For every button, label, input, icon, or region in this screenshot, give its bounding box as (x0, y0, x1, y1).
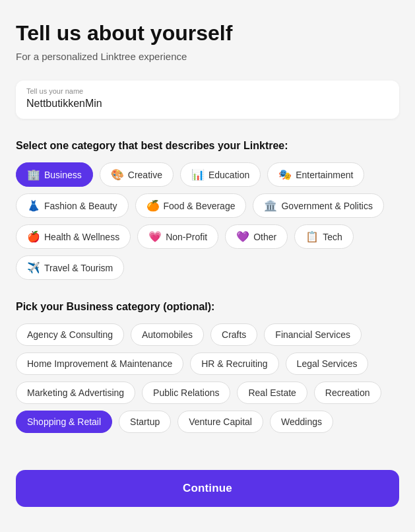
business-chip-home-improvement[interactable]: Home Improvement & Maintenance (16, 352, 183, 375)
business-chip-weddings[interactable]: Weddings (270, 411, 333, 433)
category-chip-business[interactable]: 🏢Business (16, 162, 93, 187)
business-section-title: Pick your Business category (optional): (16, 301, 399, 313)
chip-label-food-beverage: Food & Beverage (164, 201, 236, 211)
chip-icon-food-beverage: 🍊 (146, 199, 160, 212)
chip-icon-creative: 🎨 (111, 168, 124, 181)
page-title: Tell us about yourself (16, 21, 399, 46)
category-chip-creative[interactable]: 🎨Creative (100, 162, 174, 187)
business-chip-label-marketing-advertising: Marketing & Advertising (27, 387, 124, 398)
business-chip-label-weddings: Weddings (281, 416, 322, 427)
business-chip-financial-services[interactable]: Financial Services (264, 323, 362, 346)
category-chip-other[interactable]: 💜Other (225, 224, 288, 249)
chip-icon-fashion-beauty: 👗 (27, 199, 40, 212)
chip-icon-other: 💜 (236, 230, 249, 243)
categories-section-title: Select one category that best describes … (16, 140, 399, 152)
business-chip-label-hr-recruiting: HR & Recruiting (201, 358, 267, 369)
business-chip-hr-recruiting[interactable]: HR & Recruiting (190, 352, 278, 375)
business-chip-label-agency-consulting: Agency & Consulting (27, 329, 113, 340)
chip-icon-tech: 📋 (305, 230, 319, 243)
category-chip-food-beverage[interactable]: 🍊Food & Beverage (135, 193, 247, 218)
category-chip-non-profit[interactable]: 💗Non-Profit (137, 224, 218, 249)
business-chip-label-crafts: Crafts (222, 329, 246, 340)
chip-label-business: Business (44, 170, 82, 180)
business-chip-crafts[interactable]: Crafts (210, 323, 257, 346)
chip-label-entertainment: Entertainment (296, 170, 353, 180)
business-chip-label-venture-capital: Venture Capital (189, 416, 252, 427)
business-chip-label-home-improvement: Home Improvement & Maintenance (27, 358, 172, 369)
chip-label-education: Education (208, 170, 249, 180)
page-subtitle: For a personalized Linktree experience (16, 51, 399, 62)
chip-label-health-wellness: Health & Wellness (44, 232, 119, 242)
chip-icon-business: 🏢 (27, 168, 40, 181)
name-input-container: Tell us your name (16, 81, 399, 119)
business-chip-automobiles[interactable]: Automobiles (131, 323, 204, 346)
chip-label-fashion-beauty: Fashion & Beauty (44, 201, 117, 211)
chip-icon-health-wellness: 🍎 (27, 230, 40, 243)
business-chip-real-estate[interactable]: Real Estate (237, 382, 307, 404)
category-chip-tech[interactable]: 📋Tech (294, 224, 354, 249)
business-chip-label-legal-services: Legal Services (297, 358, 358, 369)
business-chip-label-startup: Startup (130, 416, 160, 427)
category-chip-education[interactable]: 📊Education (180, 162, 261, 187)
chip-label-government-politics: Government & Politics (281, 201, 373, 211)
chip-label-tech: Tech (323, 232, 342, 242)
category-chip-travel-tourism[interactable]: ✈️Travel & Tourism (16, 255, 124, 280)
chip-icon-non-profit: 💗 (148, 230, 162, 243)
business-chip-marketing-advertising[interactable]: Marketing & Advertising (16, 382, 135, 404)
category-chip-health-wellness[interactable]: 🍎Health & Wellness (16, 224, 131, 249)
chip-label-non-profit: Non-Profit (166, 232, 207, 242)
business-chip-agency-consulting[interactable]: Agency & Consulting (16, 323, 124, 346)
page-container: Tell us about yourself For a personalize… (0, 0, 415, 532)
business-chip-startup[interactable]: Startup (119, 411, 171, 433)
business-chip-shopping-retail[interactable]: Shopping & Retail (16, 411, 112, 433)
business-chip-label-shopping-retail: Shopping & Retail (27, 416, 101, 427)
business-chip-label-recreation: Recreation (325, 387, 370, 398)
chip-icon-travel-tourism: ✈️ (27, 261, 40, 274)
category-chip-entertainment[interactable]: 🎭Entertainment (267, 162, 364, 187)
business-chip-recreation[interactable]: Recreation (314, 382, 381, 404)
business-chips-container: Agency & ConsultingAutomobilesCraftsFina… (16, 323, 399, 433)
chip-icon-entertainment: 🎭 (278, 168, 292, 181)
business-chip-public-relations[interactable]: Public Relations (142, 382, 230, 404)
category-chip-fashion-beauty[interactable]: 👗Fashion & Beauty (16, 193, 129, 218)
category-chip-government-politics[interactable]: 🏛️Government & Politics (253, 193, 384, 218)
chip-icon-education: 📊 (191, 168, 205, 181)
chip-label-creative: Creative (128, 170, 162, 180)
chip-label-travel-tourism: Travel & Tourism (44, 263, 113, 273)
business-chip-label-automobiles: Automobiles (142, 329, 193, 340)
business-chip-label-public-relations: Public Relations (153, 387, 219, 398)
chip-icon-government-politics: 🏛️ (264, 199, 277, 212)
category-chips-container: 🏢Business🎨Creative📊Education🎭Entertainme… (16, 162, 399, 280)
business-chip-label-financial-services: Financial Services (275, 329, 350, 340)
chip-label-other: Other (253, 232, 276, 242)
business-chip-label-real-estate: Real Estate (248, 387, 296, 398)
business-chip-venture-capital[interactable]: Venture Capital (177, 411, 263, 433)
business-chip-legal-services[interactable]: Legal Services (286, 352, 369, 375)
continue-button[interactable]: Continue (16, 470, 399, 507)
name-input[interactable] (26, 98, 389, 110)
name-input-label: Tell us your name (26, 87, 389, 95)
